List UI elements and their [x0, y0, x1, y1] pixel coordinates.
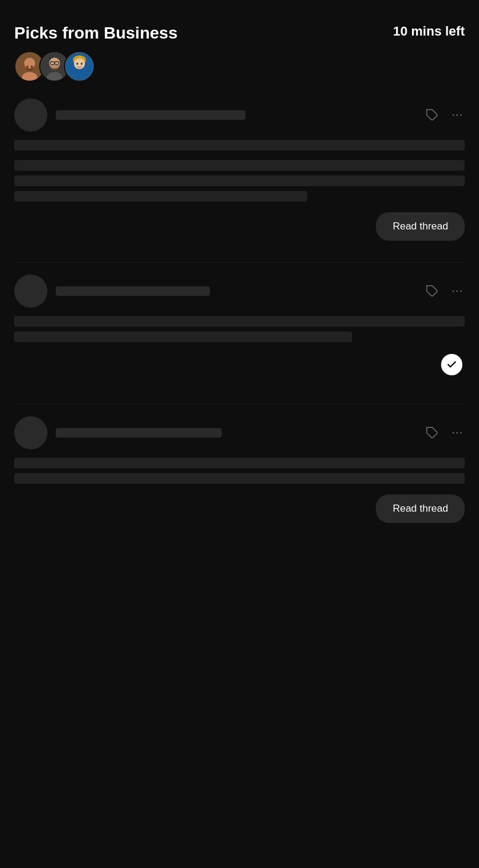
card-1-header [14, 98, 465, 132]
svg-point-18 [452, 114, 454, 116]
divider-2 [14, 404, 465, 404]
content-skeleton [14, 473, 465, 484]
divider-1 [14, 262, 465, 263]
card-1-actions [424, 107, 465, 123]
content-skeleton [14, 140, 465, 151]
svg-point-22 [452, 291, 454, 292]
curator-avatars [14, 51, 465, 82]
tag-icon[interactable] [424, 425, 440, 441]
avatar-3 [64, 51, 95, 82]
feed-card-3: Read thread [14, 416, 465, 532]
svg-point-1 [24, 58, 35, 68]
svg-point-15 [76, 63, 78, 65]
svg-point-26 [452, 432, 454, 434]
card-2-title-skeleton [56, 286, 210, 296]
card-2-avatar [14, 275, 47, 308]
checkmark-icon [441, 354, 462, 375]
svg-point-28 [460, 432, 462, 434]
svg-rect-10 [50, 65, 59, 69]
page-header: Picks from Business 10 mins left [14, 24, 465, 43]
read-thread-button-1[interactable]: Read thread [376, 212, 465, 241]
more-icon[interactable] [449, 425, 465, 441]
more-icon[interactable] [449, 283, 465, 299]
tag-icon[interactable] [424, 283, 440, 299]
svg-point-20 [460, 114, 462, 116]
svg-point-16 [81, 63, 82, 65]
card-2-header [14, 275, 465, 308]
content-skeleton [14, 316, 465, 327]
svg-point-3 [26, 65, 28, 69]
card-1-title-skeleton [56, 110, 245, 120]
content-skeleton [14, 175, 465, 186]
card-3-title-skeleton [56, 428, 222, 438]
card-3-header [14, 416, 465, 449]
card-3-avatar [14, 416, 47, 449]
svg-point-23 [456, 291, 458, 292]
content-skeleton [14, 458, 465, 468]
card-2-left [14, 275, 424, 308]
card-3-left [14, 416, 424, 449]
card-2-actions [424, 283, 465, 299]
svg-point-24 [460, 291, 462, 292]
card-3-actions [424, 425, 465, 441]
content-skeleton [14, 331, 352, 342]
checkmark-area [14, 347, 465, 382]
content-skeleton [14, 160, 465, 171]
feed-card-2 [14, 275, 465, 392]
svg-point-27 [456, 432, 458, 434]
svg-point-4 [31, 65, 33, 69]
card-1-left [14, 98, 424, 132]
read-thread-button-3[interactable]: Read thread [376, 494, 465, 523]
page-title: Picks from Business [14, 24, 177, 43]
card-1-avatar [14, 98, 47, 132]
feed-card-1: Read thread [14, 98, 465, 250]
content-skeleton [14, 191, 307, 202]
more-icon[interactable] [449, 107, 465, 123]
svg-point-19 [456, 114, 458, 116]
timer-label: 10 mins left [393, 24, 465, 39]
tag-icon[interactable] [424, 107, 440, 123]
